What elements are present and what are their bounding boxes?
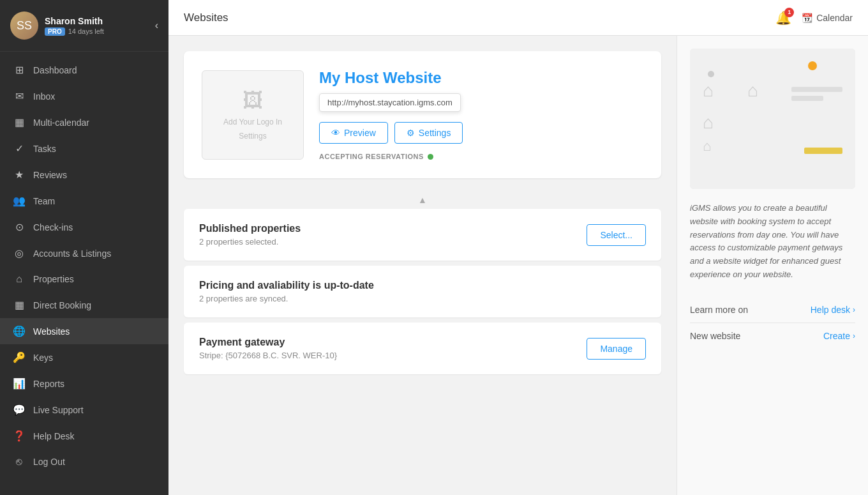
avatar: SS (10, 11, 38, 40)
published-properties-subtitle: 2 properties selected. (199, 237, 301, 247)
published-properties-info: Published properties 2 properties select… (199, 223, 301, 247)
days-left: 14 days left (68, 27, 104, 35)
new-website-row: New website Create › (690, 323, 855, 349)
sidebar-item-accounts-listings[interactable]: ◎ Accounts & Listings (0, 240, 168, 266)
topbar: Websites 🔔 1 📆 Calendar (168, 0, 868, 36)
sidebar-item-label: Keys (33, 353, 53, 363)
payment-gateway-title: Payment gateway (199, 337, 337, 348)
pricing-availability-title: Pricing and avaliability is up-to-date (199, 280, 374, 291)
center-panel: 🖼 Add Your Logo In Settings My Host Webs… (168, 36, 677, 495)
sidebar-item-label: Reviews (33, 170, 67, 180)
sidebar-item-label: Log Out (33, 457, 65, 467)
preview-house-1: ⌂ (703, 80, 714, 101)
preview-house-2: ⌂ (747, 80, 758, 101)
sidebar-item-team[interactable]: 👥 Team (0, 188, 168, 214)
preview-gray-dot (708, 71, 714, 77)
calendar-icon: 📆 (802, 13, 812, 23)
pro-badge: PRO (45, 27, 65, 36)
sidebar-item-check-ins[interactable]: ⊙ Check-ins (0, 214, 168, 240)
learn-more-label: Learn more on (690, 305, 748, 315)
collapse-chevron[interactable]: ▲ (184, 191, 661, 209)
sidebar-item-multi-calendar[interactable]: ▦ Multi-calendar (0, 109, 168, 135)
sidebar-item-label: Properties (33, 274, 74, 284)
content-area: 🖼 Add Your Logo In Settings My Host Webs… (168, 36, 868, 495)
help-desk-row: Learn more on Help desk › (690, 297, 855, 323)
website-name: My Host Website (319, 69, 643, 87)
accounts-icon: ◎ (13, 247, 26, 259)
sidebar-item-direct-booking[interactable]: ▦ Direct Booking (0, 292, 168, 318)
pricing-availability-info: Pricing and avaliability is up-to-date 2… (199, 280, 374, 303)
published-properties-title: Published properties (199, 223, 301, 234)
direct-booking-icon: ▦ (13, 299, 26, 311)
payment-gateway-subtitle: Stripe: {5072668 B.C. SVR. WER-10} (199, 351, 337, 360)
sidebar-item-label: Team (33, 196, 55, 206)
calendar-button[interactable]: 📆 Calendar (802, 13, 853, 23)
calendar-icon: ▦ (13, 116, 26, 128)
new-website-label: New website (690, 331, 740, 341)
live-support-icon: 💬 (13, 404, 26, 416)
sidebar-item-label: Websites (33, 326, 70, 337)
notifications-button[interactable]: 🔔 1 (775, 10, 791, 26)
pricing-availability-card: Pricing and avaliability is up-to-date 2… (184, 266, 661, 317)
logo-placeholder: 🖼 Add Your Logo In Settings (202, 70, 304, 160)
logo-placeholder-subtext: Settings (239, 132, 266, 141)
collapse-button[interactable]: ‹ (155, 20, 158, 31)
sidebar-item-inbox[interactable]: ✉ Inbox (0, 83, 168, 109)
sidebar-item-label: Reports (33, 379, 64, 389)
preview-house-3: ⌂ (703, 112, 714, 133)
log-out-icon: ⎋ (13, 456, 26, 468)
sidebar-item-log-out[interactable]: ⎋ Log Out (0, 449, 168, 475)
sidebar-header: SS Sharon Smith PRO 14 days left ‹ (0, 0, 168, 52)
team-icon: 👥 (13, 195, 26, 207)
sidebar-item-live-support[interactable]: 💬 Live Support (0, 397, 168, 423)
nav-list: ⊞ Dashboard ✉ Inbox ▦ Multi-calendar ✓ T… (0, 52, 168, 495)
pricing-availability-subtitle: 2 properties are synced. (199, 294, 374, 303)
properties-icon: ⌂ (13, 273, 26, 285)
logo-placeholder-text: Add Your Logo In (223, 118, 282, 126)
website-info: My Host Website http://myhost.staycation… (319, 69, 643, 160)
payment-gateway-info: Payment gateway Stripe: {5072668 B.C. SV… (199, 337, 337, 360)
preview-button[interactable]: 👁 Preview (319, 122, 388, 144)
sidebar-item-keys[interactable]: 🔑 Keys (0, 344, 168, 370)
gear-icon: ⚙ (407, 128, 415, 138)
preview-label: Preview (344, 128, 376, 138)
help-desk-icon: ❓ (13, 430, 26, 442)
image-icon: 🖼 (243, 89, 263, 112)
website-preview-image: ⌂ ⌂ ⌂ ⌂ (690, 49, 855, 189)
create-link[interactable]: Create › (823, 331, 855, 341)
select-button[interactable]: Select... (587, 224, 646, 246)
accepting-reservations: ACCEPTING RESERVATIONS (319, 153, 643, 160)
sidebar-item-dashboard[interactable]: ⊞ Dashboard (0, 57, 168, 83)
tasks-icon: ✓ (13, 142, 26, 155)
dashboard-icon: ⊞ (13, 64, 26, 76)
create-label: Create (823, 331, 850, 341)
main-area: Websites 🔔 1 📆 Calendar 🖼 Add Your Logo … (168, 0, 868, 495)
settings-button[interactable]: ⚙ Settings (394, 122, 463, 144)
website-buttons: 👁 Preview ⚙ Settings (319, 122, 643, 144)
preview-house-4: ⌂ (703, 138, 711, 155)
sidebar-item-properties[interactable]: ⌂ Properties (0, 266, 168, 292)
sidebar-item-websites[interactable]: 🌐 Websites (0, 318, 168, 344)
sidebar-item-label: Tasks (33, 144, 56, 154)
help-desk-link[interactable]: Help desk › (811, 305, 855, 315)
sidebar-item-label: Check-ins (33, 222, 73, 232)
chevron-right-icon: › (853, 331, 855, 340)
sidebar-item-help-desk[interactable]: ❓ Help Desk (0, 423, 168, 449)
sidebar-item-tasks[interactable]: ✓ Tasks (0, 135, 168, 162)
avatar-image: SS (10, 11, 38, 40)
active-status-dot (428, 154, 433, 160)
sidebar-item-reviews[interactable]: ★ Reviews (0, 162, 168, 188)
accepting-label: ACCEPTING RESERVATIONS (319, 153, 424, 160)
sidebar-item-reports[interactable]: 📊 Reports (0, 370, 168, 397)
published-properties-card: Published properties 2 properties select… (184, 209, 661, 261)
user-name: Sharon Smith (45, 16, 104, 26)
sidebar-item-label: Dashboard (33, 65, 77, 75)
payment-gateway-card: Payment gateway Stripe: {5072668 B.C. SV… (184, 323, 661, 374)
preview-line-2 (791, 96, 823, 101)
settings-label: Settings (419, 128, 451, 138)
manage-button[interactable]: Manage (587, 338, 646, 360)
user-profile[interactable]: SS Sharon Smith PRO 14 days left (10, 11, 104, 40)
website-card: 🖼 Add Your Logo In Settings My Host Webs… (184, 51, 661, 178)
sidebar: SS Sharon Smith PRO 14 days left ‹ ⊞ Das… (0, 0, 168, 495)
sidebar-item-label: Help Desk (33, 431, 75, 441)
